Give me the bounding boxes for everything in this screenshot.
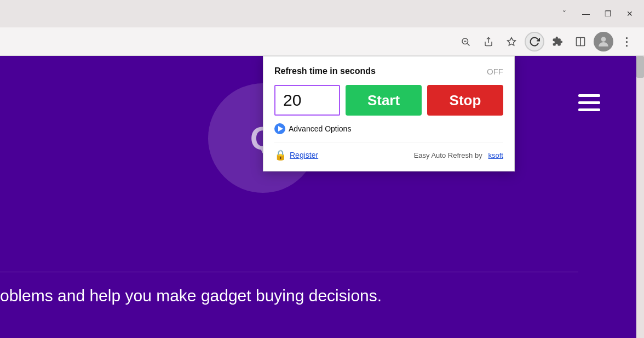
close-btn[interactable]: ✕	[624, 8, 635, 19]
main-content: Q oblems and help you make gadget buying…	[0, 56, 644, 338]
profile-avatar[interactable]	[594, 32, 613, 51]
advanced-options-label: Advanced Options	[289, 124, 351, 133]
background-text: oblems and help you make gadget buying d…	[0, 287, 382, 305]
minimize-btn[interactable]: —	[580, 8, 591, 19]
share-icon[interactable]	[479, 32, 498, 51]
browser-menu-icon[interactable]: ⋮	[617, 32, 636, 51]
scrollbar-track[interactable]	[636, 56, 644, 338]
play-triangle	[278, 126, 283, 131]
extensions-icon[interactable]	[548, 32, 567, 51]
content-divider	[0, 272, 578, 272]
svg-marker-4	[508, 37, 516, 45]
star-icon[interactable]	[502, 32, 521, 51]
browser-toolbar: ⋮	[0, 27, 644, 56]
footer-credit: Easy Auto Refresh by ksoft	[414, 151, 503, 159]
register-section: 🔒 Register	[274, 149, 318, 161]
register-link[interactable]: Register	[290, 151, 318, 159]
popup-header: Refresh time in seconds OFF	[274, 66, 503, 76]
start-button[interactable]: Start	[346, 85, 422, 116]
credit-text: Easy Auto Refresh by	[414, 151, 482, 159]
seconds-input[interactable]	[274, 85, 340, 116]
popup-title: Refresh time in seconds	[274, 66, 376, 76]
lock-icon: 🔒	[274, 149, 286, 161]
chevron-btn[interactable]: ˅	[559, 8, 570, 19]
popup-controls: Start Stop	[274, 85, 503, 116]
popup-status: OFF	[487, 67, 503, 76]
refresh-icon[interactable]	[525, 32, 544, 51]
split-icon[interactable]	[571, 32, 590, 51]
svg-line-1	[467, 43, 469, 45]
hamburger-line-1	[578, 94, 600, 97]
zoom-icon[interactable]	[456, 32, 475, 51]
restore-btn[interactable]: ❐	[602, 8, 613, 19]
hamburger-menu[interactable]	[578, 94, 600, 111]
play-icon	[274, 123, 285, 134]
title-bar: ˅ — ❐ ✕	[0, 0, 644, 27]
stop-button[interactable]: Stop	[427, 85, 503, 116]
svg-point-7	[601, 37, 606, 42]
scrollbar-thumb[interactable]	[636, 56, 644, 78]
extension-popup: Refresh time in seconds OFF Start Stop A…	[263, 56, 515, 171]
hamburger-line-2	[578, 101, 600, 104]
ksoft-link[interactable]: ksoft	[488, 151, 503, 159]
popup-footer: 🔒 Register Easy Auto Refresh by ksoft	[274, 142, 503, 161]
advanced-options-row[interactable]: Advanced Options	[274, 123, 503, 134]
hamburger-line-3	[578, 108, 600, 111]
